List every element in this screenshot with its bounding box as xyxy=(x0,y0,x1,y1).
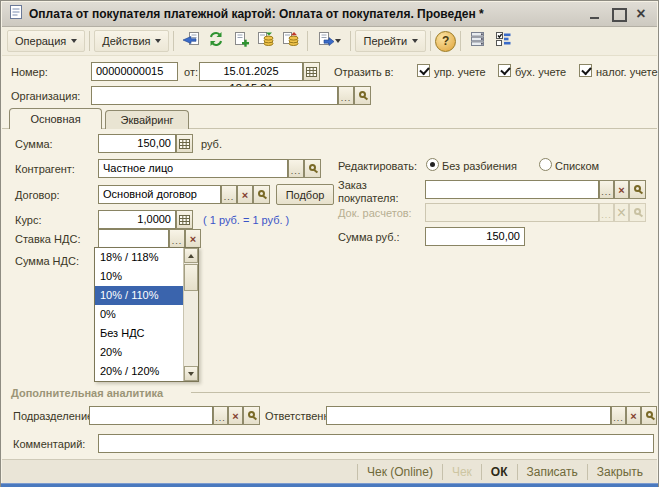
minimize-button[interactable] xyxy=(588,7,602,21)
input-on-basis-button[interactable] xyxy=(312,29,346,53)
save-document-button[interactable] xyxy=(178,29,203,53)
tab-acquiring[interactable]: Эквайринг xyxy=(105,110,189,129)
actions-menu-button[interactable]: Действия xyxy=(94,30,169,52)
sum-calculator-button[interactable] xyxy=(176,134,193,153)
rate-input[interactable]: 1,0000 xyxy=(98,210,176,229)
contract-select-button[interactable]: ... xyxy=(221,185,237,204)
help-button[interactable]: ? xyxy=(435,31,456,52)
check-online-button[interactable]: Чек (Online) xyxy=(358,465,442,479)
no-split-radio[interactable] xyxy=(426,158,439,171)
comment-input[interactable] xyxy=(98,434,654,453)
responsible-input[interactable] xyxy=(326,406,611,425)
management-accounting-checkbox[interactable] xyxy=(417,64,430,77)
dropdown-item[interactable]: 20% xyxy=(95,343,183,362)
customer-order-label-line2: покупателя: xyxy=(338,192,398,204)
dropdown-item-selected[interactable]: 10% / 110% xyxy=(95,286,183,305)
input-on-basis-icon xyxy=(318,31,335,51)
scroll-up-button[interactable] xyxy=(184,248,198,263)
rate-calculator-button[interactable] xyxy=(176,210,193,229)
tab-main[interactable]: Основная xyxy=(9,108,102,129)
customer-order-clear-button[interactable]: × xyxy=(614,180,629,199)
customer-order-select-button[interactable]: ... xyxy=(599,180,614,199)
vat-rate-input[interactable] xyxy=(98,229,169,248)
title-bar[interactable]: Оплата от покупателя платежной картой: О… xyxy=(2,2,657,27)
subordination-structure-button[interactable] xyxy=(465,29,490,53)
contract-input[interactable]: Основной договор xyxy=(98,185,221,204)
magnifier-icon xyxy=(634,185,641,192)
clear-icon: × xyxy=(630,410,636,422)
clear-icon: × xyxy=(190,233,196,245)
responsible-open-button[interactable] xyxy=(641,406,657,425)
refresh-button[interactable] xyxy=(203,29,228,53)
counterparty-input[interactable]: Частное лицо xyxy=(98,159,288,178)
customer-order-input[interactable] xyxy=(425,180,599,199)
magnifier-icon xyxy=(248,411,255,418)
chevron-down-icon xyxy=(335,39,341,43)
close-button[interactable]: × xyxy=(634,7,648,21)
ok-button[interactable]: ОК xyxy=(482,465,517,479)
organization-input[interactable] xyxy=(91,86,338,105)
pick-button[interactable]: Подбор xyxy=(276,184,334,205)
customer-order-label-line1: Заказ xyxy=(338,179,367,191)
goto-menu-button[interactable]: Перейти xyxy=(355,30,426,52)
no-split-radio-label: Без разбиения xyxy=(442,160,517,172)
vat-rate-select-button[interactable]: ... xyxy=(169,229,185,248)
ellipsis-icon: ... xyxy=(601,189,612,198)
magnifier-icon xyxy=(359,91,366,98)
department-input[interactable] xyxy=(89,406,213,425)
organization-open-button[interactable] xyxy=(354,86,371,105)
save-document-icon xyxy=(182,31,200,51)
footer-button-bar: Чек (Online) Чек ОК Записать Закрыть xyxy=(2,459,657,483)
calculator-icon xyxy=(179,211,190,229)
tax-accounting-checkbox[interactable] xyxy=(579,64,592,77)
book-accounting-label: бух. учете xyxy=(515,66,566,78)
toolbar-separator xyxy=(89,31,90,51)
department-select-button[interactable]: ... xyxy=(213,406,228,425)
list-radio[interactable] xyxy=(539,158,552,171)
sum-input[interactable]: 150,00 xyxy=(98,134,176,153)
document-movements-button[interactable] xyxy=(490,29,515,53)
scrollbar-track[interactable] xyxy=(184,291,198,366)
close-form-button[interactable]: Закрыть xyxy=(588,465,652,479)
vat-rate-dropdown-list: 18% / 118% 10% 10% / 110% 0% Без НДС 20%… xyxy=(95,248,183,381)
operation-menu-button[interactable]: Операция xyxy=(7,30,85,52)
dropdown-item[interactable]: 0% xyxy=(95,305,183,324)
scroll-down-button[interactable] xyxy=(184,366,198,381)
sum-rub-input[interactable]: 150,00 xyxy=(425,227,525,246)
dropdown-item[interactable]: 18% / 118% xyxy=(95,248,183,267)
write-button[interactable]: Записать xyxy=(518,465,587,479)
dropdown-item[interactable]: 20% / 120% xyxy=(95,362,183,381)
book-accounting-checkbox[interactable] xyxy=(498,64,511,77)
number-input[interactable]: 00000000015 xyxy=(91,62,178,81)
post-document-button[interactable] xyxy=(253,29,278,53)
chevron-down-icon xyxy=(412,39,418,43)
copy-document-button[interactable] xyxy=(228,29,253,53)
organization-select-button[interactable]: ... xyxy=(338,86,354,105)
date-input[interactable]: 15.01.2025 18:15:24 xyxy=(199,62,303,81)
dropdown-item[interactable]: 10% xyxy=(95,267,183,286)
counterparty-open-button[interactable] xyxy=(304,159,321,178)
vat-rate-clear-button[interactable]: × xyxy=(185,229,201,248)
toolbar-separator xyxy=(350,31,351,51)
maximize-button[interactable] xyxy=(611,7,625,21)
unpost-document-button[interactable] xyxy=(278,29,303,53)
help-icon: ? xyxy=(442,34,449,48)
contract-clear-button[interactable]: × xyxy=(237,185,253,204)
scrollbar-thumb[interactable] xyxy=(184,264,198,291)
dropdown-item[interactable]: Без НДС xyxy=(95,324,183,343)
rate-label: Курс: xyxy=(15,214,41,226)
vat-rate-label: Ставка НДС: xyxy=(15,233,80,245)
calendar-button[interactable] xyxy=(303,62,320,81)
customer-order-open-button[interactable] xyxy=(629,180,646,199)
dropdown-scrollbar[interactable] xyxy=(183,248,198,381)
ellipsis-icon: ... xyxy=(215,415,226,424)
counterparty-select-button[interactable]: ... xyxy=(288,159,304,178)
contract-open-button[interactable] xyxy=(253,185,270,204)
department-open-button[interactable] xyxy=(243,406,260,425)
department-label: Подразделение: xyxy=(13,410,96,422)
magnifier-icon xyxy=(646,411,653,418)
responsible-select-button[interactable]: ... xyxy=(611,406,626,425)
document-window: Оплата от покупателя платежной картой: О… xyxy=(0,0,659,487)
responsible-clear-button[interactable]: × xyxy=(626,406,641,425)
department-clear-button[interactable]: × xyxy=(228,406,243,425)
